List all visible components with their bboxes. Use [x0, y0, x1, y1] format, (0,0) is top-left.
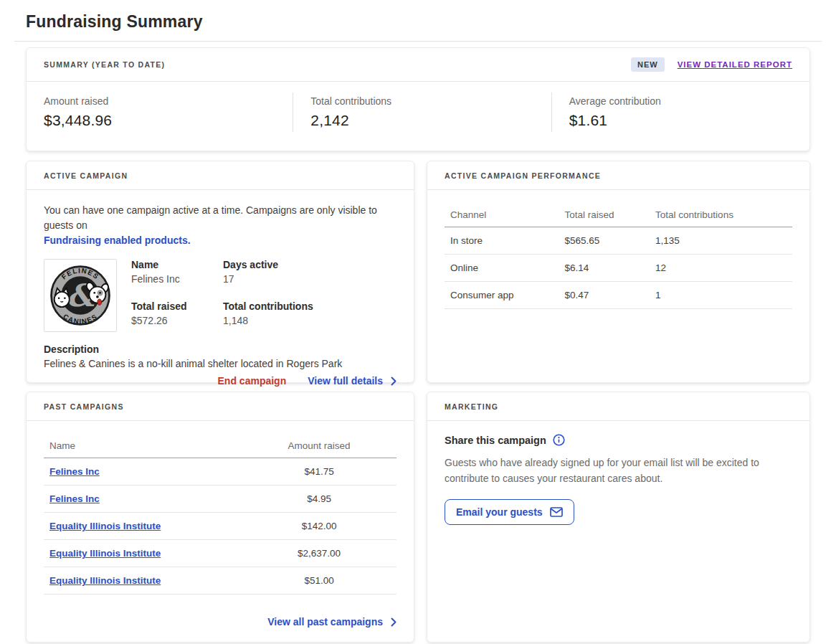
- performance-card: ACTIVE CAMPAIGN PERFORMANCE Channel Tota…: [427, 161, 810, 383]
- past-campaigns-body: Name Amount raised Felines Inc $41.75 Fe…: [27, 421, 414, 642]
- active-campaign-header: ACTIVE CAMPAIGN: [27, 161, 414, 190]
- marketing-description: Guests who have already signed up for yo…: [445, 455, 789, 486]
- description-text: Felines & Canines is a no-kill animal sh…: [44, 358, 396, 369]
- summary-header-right: NEW VIEW DETAILED REPORT: [631, 57, 792, 72]
- performance-header: ACTIVE CAMPAIGN PERFORMANCE: [427, 161, 809, 190]
- marketing-body: Share this campaign Guests who have alre…: [427, 421, 809, 642]
- col-total-contributions: Total contributions: [655, 209, 787, 220]
- info-icon[interactable]: [553, 434, 565, 446]
- active-campaign-body: You can have one campaign active at a ti…: [27, 190, 414, 401]
- active-campaign-card: ACTIVE CAMPAIGN You can have one campaig…: [26, 161, 414, 383]
- marketing-header: MARKETING: [427, 392, 809, 421]
- past-campaigns-card: PAST CAMPAIGNS Name Amount raised Feline…: [26, 392, 414, 643]
- performance-header-title: ACTIVE CAMPAIGN PERFORMANCE: [445, 171, 601, 180]
- description-label: Description: [44, 344, 396, 355]
- field-days-active: Days active 17: [223, 259, 313, 285]
- table-row: Felines Inc $4.95: [44, 486, 396, 513]
- marketing-card: MARKETING Share this campaign Guests who…: [427, 392, 810, 643]
- stat-value: $3,448.96: [44, 112, 275, 129]
- field-total-raised: Total raised $572.26: [131, 300, 223, 326]
- past-campaigns-table-header: Name Amount raised: [44, 434, 396, 458]
- envelope-icon: [550, 507, 563, 517]
- past-campaign-link[interactable]: Equality Illinois Institute: [49, 548, 247, 559]
- stat-label: Amount raised: [44, 95, 275, 107]
- past-campaign-link[interactable]: Equality Illinois Institute: [49, 575, 247, 586]
- stat-value: 2,142: [310, 112, 533, 129]
- performance-table: Channel Total raised Total contributions…: [445, 203, 792, 309]
- marketing-header-title: MARKETING: [445, 402, 498, 411]
- performance-body: Channel Total raised Total contributions…: [427, 190, 809, 382]
- active-campaign-header-title: ACTIVE CAMPAIGN: [44, 171, 128, 180]
- performance-table-header: Channel Total raised Total contributions: [445, 203, 792, 227]
- chevron-right-icon: [391, 617, 396, 627]
- col-amount-raised: Amount raised: [247, 440, 391, 451]
- view-all-past-campaigns-link[interactable]: View all past campaigns: [267, 616, 396, 628]
- col-channel: Channel: [450, 209, 564, 220]
- fundraising-enabled-products-link[interactable]: Fundraising enabled products.: [44, 235, 191, 246]
- stat-amount-raised: Amount raised $3,448.96: [27, 93, 293, 132]
- table-row: In store $565.65 1,135: [445, 227, 792, 255]
- past-campaign-link[interactable]: Felines Inc: [49, 466, 247, 477]
- stat-value: $1.61: [569, 112, 792, 129]
- campaign-fields: Name Felines Inc Days active 17 Total ra…: [131, 259, 313, 332]
- stat-total-contributions: Total contributions 2,142: [293, 93, 551, 132]
- fundraising-page: Fundraising Summary SUMMARY (YEAR TO DAT…: [0, 0, 836, 643]
- end-campaign-button[interactable]: End campaign: [218, 375, 287, 387]
- campaign-logo: & FELINES CANINES: [44, 259, 117, 332]
- past-campaigns-table: Name Amount raised Felines Inc $41.75 Fe…: [44, 434, 396, 595]
- past-campaigns-footer: View all past campaigns: [44, 607, 396, 628]
- table-row: Equality Illinois Institute $142.00: [44, 513, 396, 540]
- past-campaigns-header: PAST CAMPAIGNS: [27, 392, 414, 421]
- table-row: Online $6.14 12: [445, 255, 792, 282]
- table-row: Felines Inc $41.75: [44, 458, 396, 486]
- view-full-details-link[interactable]: View full details: [308, 375, 396, 387]
- active-campaign-actions: End campaign View full details: [44, 369, 396, 387]
- summary-header-title: SUMMARY (YEAR TO DATE): [44, 60, 165, 69]
- col-total-raised: Total raised: [564, 209, 655, 220]
- summary-card-header: SUMMARY (YEAR TO DATE) NEW VIEW DETAILED…: [27, 48, 809, 82]
- col-name: Name: [49, 440, 247, 451]
- field-total-contributions: Total contributions 1,148: [223, 300, 313, 326]
- email-your-guests-button[interactable]: Email your guests: [445, 499, 574, 525]
- field-name: Name Felines Inc: [131, 259, 223, 285]
- active-campaign-intro: You can have one campaign active at a ti…: [44, 203, 396, 248]
- stat-label: Average contribution: [569, 95, 792, 107]
- title-divider: [14, 41, 822, 42]
- table-row: Equality Illinois Institute $51.00: [44, 567, 396, 595]
- table-row: Equality Illinois Institute $2,637.00: [44, 540, 396, 567]
- table-row: Consumer app $0.47 1: [445, 282, 792, 309]
- past-campaigns-header-title: PAST CAMPAIGNS: [44, 402, 124, 411]
- stat-average-contribution: Average contribution $1.61: [551, 93, 809, 132]
- new-badge: NEW: [631, 57, 665, 72]
- page-title: Fundraising Summary: [26, 0, 810, 41]
- summary-stats: Amount raised $3,448.96 Total contributi…: [27, 82, 809, 151]
- chevron-right-icon: [391, 377, 396, 386]
- past-campaign-link[interactable]: Felines Inc: [49, 493, 247, 504]
- felines-canines-logo-image: & FELINES CANINES: [47, 262, 113, 328]
- view-detailed-report-link[interactable]: VIEW DETAILED REPORT: [678, 60, 792, 69]
- campaign-detail-row: & FELINES CANINES: [44, 259, 396, 332]
- share-campaign-title: Share this campaign: [445, 434, 792, 446]
- stat-label: Total contributions: [310, 95, 533, 107]
- intro-text: You can have one campaign active at a ti…: [44, 204, 377, 231]
- past-campaign-link[interactable]: Equality Illinois Institute: [49, 521, 247, 531]
- summary-card: SUMMARY (YEAR TO DATE) NEW VIEW DETAILED…: [26, 47, 810, 151]
